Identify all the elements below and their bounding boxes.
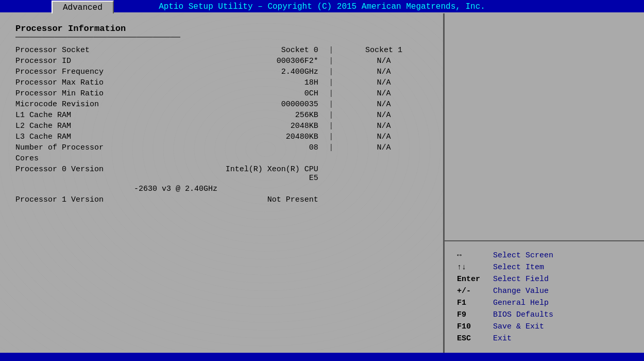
keybinding-row: ↑↓Select Item <box>455 261 634 273</box>
keybinding-table: ↔Select Screen↑↓Select ItemEnterSelect F… <box>455 250 634 344</box>
keybinding-key: F10 <box>455 321 491 333</box>
info-sep: | <box>323 142 340 153</box>
info-val1: N/A <box>340 56 428 67</box>
info-label: L1 Cache RAM <box>15 110 217 121</box>
info-table: Processor SocketSocket 0|Socket 1Process… <box>15 45 428 205</box>
info-row: Processor Min Ratio0CH|N/A <box>15 88 428 99</box>
info-label: Number of Processor <box>15 142 217 153</box>
keybinding-action: Select Field <box>491 273 634 285</box>
info-val1: N/A <box>340 132 428 142</box>
keybinding-row: F10Save & Exit <box>455 321 634 333</box>
info-val1: N/A <box>340 110 428 121</box>
info-row: Processor 1 VersionNot Present <box>15 194 428 205</box>
info-sep: | <box>323 121 340 132</box>
info-label: Processor 0 Version <box>15 164 217 184</box>
info-val1 <box>340 164 428 184</box>
info-row: Processor 0 VersionIntel(R) Xeon(R) CPU … <box>15 164 428 184</box>
info-sep: | <box>323 88 340 99</box>
info-sep: | <box>323 77 340 88</box>
info-val0: 000306F2* <box>217 56 322 67</box>
info-val1 <box>340 194 428 205</box>
keybinding-key: Enter <box>455 273 491 285</box>
keybinding-row: ESCExit <box>455 333 634 344</box>
keybinding-action: General Help <box>491 297 634 309</box>
info-row: Cores <box>15 153 428 164</box>
tab-advanced[interactable]: Advanced <box>52 1 114 13</box>
info-row: Processor Max Ratio18H|N/A <box>15 77 428 88</box>
info-row: Number of Processor08|N/A <box>15 142 428 153</box>
info-sep: | <box>323 56 340 67</box>
keybinding-action: BIOS Defaults <box>491 309 634 321</box>
info-val1: Socket 1 <box>340 45 428 56</box>
info-label: Processor Max Ratio <box>15 77 217 88</box>
info-val0: Not Present <box>217 194 322 205</box>
right-bottom-keybindings: ↔Select Screen↑↓Select ItemEnterSelect F… <box>445 241 644 353</box>
info-label: Processor Socket <box>15 45 217 56</box>
info-label: Cores <box>15 153 217 164</box>
info-val0: Intel(R) Xeon(R) CPU E5 <box>217 164 322 184</box>
info-label: Processor ID <box>15 56 217 67</box>
info-row: Processor ID000306F2*|N/A <box>15 56 428 67</box>
info-row: Microcode Revision00000035|N/A <box>15 99 428 110</box>
info-val0: 00000035 <box>217 99 322 110</box>
keybinding-key: +/- <box>455 285 491 297</box>
info-sep: | <box>323 67 340 77</box>
info-row: L3 Cache RAM20480KB|N/A <box>15 132 428 142</box>
info-sep: | <box>323 45 340 56</box>
info-row: Processor Frequency2.400GHz|N/A <box>15 67 428 77</box>
keybinding-key: ↔ <box>455 250 491 261</box>
info-label: L2 Cache RAM <box>15 121 217 132</box>
info-val1: N/A <box>340 67 428 77</box>
info-sep <box>323 153 340 164</box>
info-sep: | <box>323 132 340 142</box>
info-val1: N/A <box>340 99 428 110</box>
info-val0: 0CH <box>217 88 322 99</box>
info-val0: 2.400GHz <box>217 67 322 77</box>
info-sep <box>323 194 340 205</box>
keybinding-action: Select Screen <box>491 250 634 261</box>
keybinding-row: F9BIOS Defaults <box>455 309 634 321</box>
info-val0: 20480KB <box>217 132 322 142</box>
keybinding-action: Change Value <box>491 285 634 297</box>
keybinding-action: Select Item <box>491 261 634 273</box>
info-row: -2630 v3 @ 2.40GHz <box>15 184 428 194</box>
info-row: L2 Cache RAM2048KB|N/A <box>15 121 428 132</box>
left-panel: Processor Information Processor SocketSo… <box>0 13 443 353</box>
keybinding-action: Exit <box>491 333 634 344</box>
info-sep: | <box>323 110 340 121</box>
keybinding-key: F9 <box>455 309 491 321</box>
info-val0: Socket 0 <box>217 45 322 56</box>
section-title: Processor Information <box>15 24 428 34</box>
info-val0: 2048KB <box>217 121 322 132</box>
info-label: Processor Min Ratio <box>15 88 217 99</box>
info-sep <box>323 164 340 184</box>
section-divider <box>15 37 180 38</box>
top-bar: Aptio Setup Utility – Copyright (C) 2015… <box>0 0 644 13</box>
keybinding-row: F1General Help <box>455 297 634 309</box>
header-title: Aptio Setup Utility – Copyright (C) 2015… <box>159 2 485 11</box>
info-continuation: -2630 v3 @ 2.40GHz <box>15 184 428 194</box>
info-val0 <box>217 153 322 164</box>
right-top-empty <box>445 13 644 241</box>
main-content: Processor Information Processor SocketSo… <box>0 13 644 353</box>
keybinding-key: ↑↓ <box>455 261 491 273</box>
keybinding-action: Save & Exit <box>491 321 634 333</box>
info-row: L1 Cache RAM256KB|N/A <box>15 110 428 121</box>
info-val0: 256KB <box>217 110 322 121</box>
info-val1: N/A <box>340 142 428 153</box>
keybinding-row: EnterSelect Field <box>455 273 634 285</box>
info-val1 <box>340 153 428 164</box>
keybinding-key: F1 <box>455 297 491 309</box>
keybinding-row: +/-Change Value <box>455 285 634 297</box>
info-sep: | <box>323 99 340 110</box>
info-label: Processor 1 Version <box>15 194 217 205</box>
info-label: Processor Frequency <box>15 67 217 77</box>
keybinding-key: ESC <box>455 333 491 344</box>
keybinding-row: ↔Select Screen <box>455 250 634 261</box>
info-label: Microcode Revision <box>15 99 217 110</box>
info-val1: N/A <box>340 77 428 88</box>
info-label: L3 Cache RAM <box>15 132 217 142</box>
info-val0: 08 <box>217 142 322 153</box>
info-row: Processor SocketSocket 0|Socket 1 <box>15 45 428 56</box>
info-val1: N/A <box>340 88 428 99</box>
